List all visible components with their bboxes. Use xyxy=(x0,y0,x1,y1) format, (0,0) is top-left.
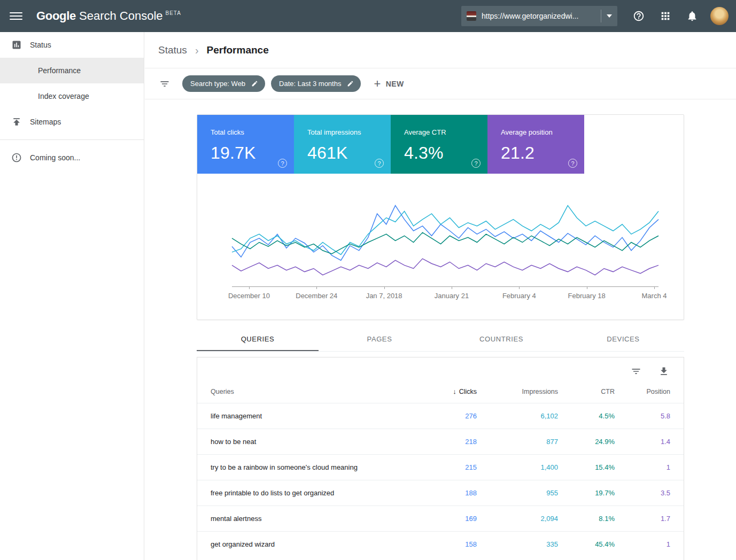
chart-region: December 10December 24Jan 7, 2018January… xyxy=(197,174,684,320)
metric-label: Total impressions xyxy=(307,128,391,136)
column-header-queries[interactable]: Queries xyxy=(197,385,413,403)
help-circle-icon[interactable]: ? xyxy=(471,159,481,168)
query-row[interactable]: how to be neat21887724.9%1.4 xyxy=(197,429,684,455)
sidebar-item-label: Sitemaps xyxy=(30,118,61,126)
column-header-ctr[interactable]: CTR xyxy=(558,385,615,403)
query-row[interactable]: try to be a rainbow in someone's cloud m… xyxy=(197,455,684,480)
series-ctr xyxy=(232,232,658,254)
help-circle-icon[interactable]: ? xyxy=(375,159,384,168)
cell-clicks: 158 xyxy=(413,532,477,557)
cell-query: get organized wizard xyxy=(197,532,413,557)
search-type-chip[interactable]: Search type: Web xyxy=(182,75,265,92)
column-header-position[interactable]: Position xyxy=(615,385,684,403)
metric-tile-average-ctr[interactable]: Average CTR 4.3% ? xyxy=(391,115,487,174)
x-axis-label: March 4 xyxy=(642,292,667,300)
x-axis-label: December 10 xyxy=(228,292,270,300)
cell-ctr: 4.5% xyxy=(558,403,615,429)
new-filter-button[interactable]: + NEW xyxy=(374,78,404,90)
query-row[interactable]: get organized wizard15833545.4%1 xyxy=(197,532,684,557)
sidebar: Status Performance Index coverage Sitema… xyxy=(0,32,144,560)
cell-position: 1 xyxy=(615,455,684,480)
sidebar-item-index-coverage[interactable]: Index coverage xyxy=(0,83,144,109)
sitemaps-upload-icon xyxy=(10,116,23,127)
metric-tile-total-impressions[interactable]: Total impressions 461K ? xyxy=(294,115,391,174)
cell-impressions: 955 xyxy=(477,480,558,506)
edit-pencil-icon xyxy=(347,80,354,87)
dropdown-caret-icon[interactable] xyxy=(601,14,617,18)
axis-tick xyxy=(519,286,520,289)
queries-table-card: Queries ↓Clicks Impressions CTR Position… xyxy=(197,357,684,560)
performance-chart[interactable] xyxy=(232,196,658,287)
cell-position: 1.4 xyxy=(615,429,684,455)
tab-devices[interactable]: DEVICES xyxy=(562,327,684,351)
user-avatar[interactable] xyxy=(710,7,729,25)
metric-tile-total-clicks[interactable]: Total clicks 19.7K ? xyxy=(197,115,294,174)
page-title: Performance xyxy=(207,44,269,56)
axis-tick xyxy=(587,286,587,289)
sidebar-item-coming-soon[interactable]: Coming soon... xyxy=(0,145,144,170)
help-icon[interactable] xyxy=(632,10,645,22)
query-row[interactable]: mental alertness1692,0948.1%1.7 xyxy=(197,506,684,532)
chip-label: Search type: Web xyxy=(190,80,245,88)
apps-grid-icon[interactable] xyxy=(659,10,672,22)
download-icon[interactable] xyxy=(658,366,669,377)
query-row[interactable]: free printable to do lists to get organi… xyxy=(197,480,684,506)
metric-tile-average-position[interactable]: Average position 21.2 ? xyxy=(487,115,584,174)
cell-ctr: 24.9% xyxy=(558,429,615,455)
cell-position: 1 xyxy=(615,532,684,557)
cell-impressions: 6,102 xyxy=(477,403,558,429)
sidebar-item-performance[interactable]: Performance xyxy=(0,58,144,83)
queries-table: Queries ↓Clicks Impressions CTR Position… xyxy=(197,385,684,557)
queries-table-body: life management2766,1024.5%5.8how to be … xyxy=(197,403,684,557)
cell-clicks: 188 xyxy=(413,480,477,506)
edit-pencil-icon xyxy=(251,80,258,87)
table-filter-icon[interactable] xyxy=(631,366,641,377)
help-circle-icon[interactable]: ? xyxy=(568,159,577,168)
logo-google: Google xyxy=(36,9,76,23)
metric-label: Average CTR xyxy=(404,128,487,136)
cell-impressions: 877 xyxy=(477,429,558,455)
cell-impressions: 335 xyxy=(477,532,558,557)
axis-tick xyxy=(249,286,250,289)
cell-query: free printable to do lists to get organi… xyxy=(197,480,413,506)
metric-label: Average position xyxy=(501,128,584,136)
beta-badge: BETA xyxy=(166,10,181,16)
query-row[interactable]: life management2766,1024.5%5.8 xyxy=(197,403,684,429)
tab-pages[interactable]: PAGES xyxy=(319,327,440,351)
main-content: Status › Performance Search type: Web Da… xyxy=(145,32,736,560)
cell-clicks: 169 xyxy=(413,506,477,532)
table-toolbar xyxy=(197,357,684,385)
filter-list-icon[interactable] xyxy=(159,79,170,89)
tab-countries[interactable]: COUNTRIES xyxy=(440,327,562,351)
column-header-impressions[interactable]: Impressions xyxy=(477,385,558,403)
sidebar-item-label: Status xyxy=(30,41,51,49)
property-url: https://www.getorganizedwi... xyxy=(482,12,596,20)
cell-ctr: 8.1% xyxy=(558,506,615,532)
tab-queries[interactable]: QUERIES xyxy=(197,327,319,351)
chevron-right-icon: › xyxy=(195,45,199,56)
metric-label: Total clicks xyxy=(211,128,294,136)
date-range-chip[interactable]: Date: Last 3 months xyxy=(271,75,361,92)
sidebar-item-sitemaps[interactable]: Sitemaps xyxy=(0,109,144,135)
cell-position: 3.5 xyxy=(615,480,684,506)
cell-position: 5.8 xyxy=(615,403,684,429)
notifications-bell-icon[interactable] xyxy=(686,10,699,22)
chip-label: Date: Last 3 months xyxy=(279,80,341,88)
cell-clicks: 215 xyxy=(413,455,477,480)
axis-tick xyxy=(384,286,385,289)
table-header-row: Queries ↓Clicks Impressions CTR Position xyxy=(197,385,684,403)
property-selector[interactable]: https://www.getorganizedwi... xyxy=(461,6,617,26)
app-logo[interactable]: Google Search Console BETA xyxy=(36,9,181,23)
sidebar-item-status[interactable]: Status xyxy=(0,32,144,58)
help-circle-icon[interactable]: ? xyxy=(278,159,287,168)
sidebar-item-label: Index coverage xyxy=(38,92,89,100)
breadcrumb-status[interactable]: Status xyxy=(158,44,187,56)
menu-icon[interactable] xyxy=(10,10,22,22)
logo-search-console: Search Console xyxy=(79,9,163,23)
x-axis-labels: December 10December 24Jan 7, 2018January… xyxy=(232,292,658,304)
status-chart-icon xyxy=(10,40,23,50)
column-header-clicks[interactable]: ↓Clicks xyxy=(413,385,477,403)
property-favicon xyxy=(467,11,476,21)
series-clicks xyxy=(232,206,658,261)
sidebar-divider xyxy=(0,139,144,140)
